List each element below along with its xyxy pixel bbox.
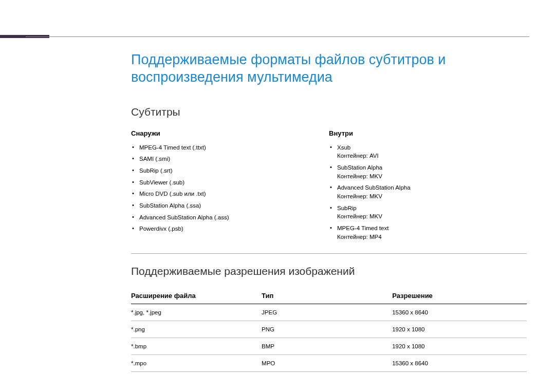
list-item: MPEG-4 Timed text Контейнер: MP4 — [329, 224, 527, 241]
external-list: MPEG-4 Timed text (.ttxt) SAMI (.smi) Su… — [131, 143, 329, 233]
cell-type: MPO — [262, 355, 392, 372]
list-item: SubRip Контейнер: MKV — [329, 204, 527, 221]
page-content: Поддерживаемые форматы файлов субтитров … — [131, 51, 527, 372]
external-column: Снаружи MPEG-4 Timed text (.ttxt) SAMI (… — [131, 129, 329, 245]
table-row: *.jpg, *.jpeg JPEG 15360 x 8640 — [131, 304, 527, 321]
item-name: Advanced SubStation Alpha — [337, 184, 411, 191]
item-name: SubRip — [337, 205, 357, 211]
internal-list: Xsub Контейнер: AVI SubStation Alpha Кон… — [329, 143, 527, 241]
table-row: *.png PNG 1920 x 1080 — [131, 321, 527, 338]
list-item: SubStation Alpha Контейнер: MKV — [329, 163, 527, 180]
resolutions-heading: Поддерживаемые разрешения изображений — [131, 265, 527, 277]
list-item: Advanced SubStation Alpha Контейнер: MKV — [329, 183, 527, 200]
list-item: MPEG-4 Timed text (.ttxt) — [131, 143, 329, 152]
subtitle-columns: Снаружи MPEG-4 Timed text (.ttxt) SAMI (… — [131, 129, 527, 245]
cell-res: 15360 x 8640 — [392, 355, 527, 372]
item-name: MPEG-4 Timed text — [337, 225, 388, 231]
item-container: Контейнер: MKV — [337, 172, 527, 181]
cell-res: 15360 x 8640 — [392, 304, 527, 321]
top-rule — [26, 36, 529, 37]
table-header-row: Расширение файла Тип Разрешение — [131, 289, 527, 304]
table-row: *.bmp BMP 1920 x 1080 — [131, 338, 527, 355]
table-row: *.mpo MPO 15360 x 8640 — [131, 355, 527, 372]
external-header: Снаружи — [131, 129, 329, 137]
col-ext: Расширение файла — [131, 289, 262, 304]
cell-ext: *.jpg, *.jpeg — [131, 304, 262, 321]
col-res: Разрешение — [392, 289, 527, 304]
cell-ext: *.mpo — [131, 355, 262, 372]
cell-type: BMP — [262, 338, 392, 355]
list-item: Advanced SubStation Alpha (.ass) — [131, 213, 329, 222]
cell-type: JPEG — [262, 304, 392, 321]
cell-res: 1920 x 1080 — [392, 321, 527, 338]
item-container: Контейнер: MP4 — [337, 233, 527, 241]
list-item: SubStation Alpha (.ssa) — [131, 201, 329, 210]
cell-res: 1920 x 1080 — [392, 338, 527, 355]
cell-ext: *.bmp — [131, 338, 262, 355]
section-divider — [131, 253, 527, 254]
list-item: Powerdivx (.psb) — [131, 225, 329, 233]
list-item: Micro DVD (.sub или .txt) — [131, 190, 329, 198]
list-item: SAMI (.smi) — [131, 155, 329, 163]
list-item: Xsub Контейнер: AVI — [329, 143, 527, 160]
col-type: Тип — [262, 289, 392, 304]
cell-ext: *.png — [131, 321, 262, 338]
page-title: Поддерживаемые форматы файлов субтитров … — [131, 51, 527, 86]
cell-type: PNG — [262, 321, 392, 338]
item-container: Контейнер: MKV — [337, 212, 527, 221]
internal-column: Внутри Xsub Контейнер: AVI SubStation Al… — [329, 129, 527, 245]
list-item: SubRip (.srt) — [131, 166, 329, 175]
item-name: Xsub — [337, 144, 350, 151]
item-name: SubStation Alpha — [337, 164, 382, 171]
item-container: Контейнер: MKV — [337, 192, 527, 201]
subtitles-heading: Субтитры — [131, 106, 527, 118]
resolutions-table: Расширение файла Тип Разрешение *.jpg, *… — [131, 289, 527, 372]
internal-header: Внутри — [329, 129, 527, 137]
list-item: SubViewer (.sub) — [131, 178, 329, 187]
item-container: Контейнер: AVI — [337, 152, 527, 160]
